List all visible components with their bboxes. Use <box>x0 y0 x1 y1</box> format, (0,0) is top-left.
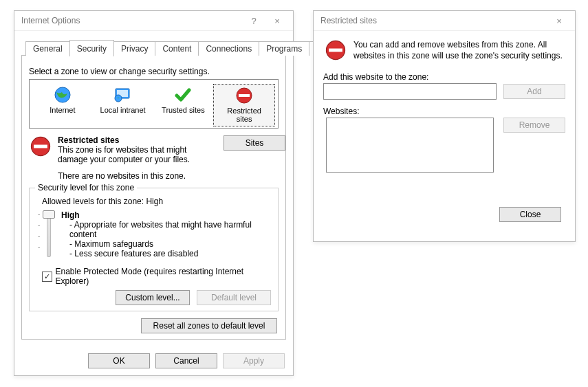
titlebar[interactable]: Internet Options ? × <box>14 11 293 31</box>
custom-level-button[interactable]: Custom level... <box>116 290 190 305</box>
tab-general[interactable]: General <box>25 41 70 56</box>
internet-options-dialog: Internet Options ? × General Security Pr… <box>14 10 294 376</box>
info-text: You can add and remove websites from thi… <box>353 39 564 61</box>
dialog-title: Internet Options <box>21 16 80 25</box>
no-entry-icon <box>215 86 273 105</box>
zone-label: Local intranet <box>94 106 152 114</box>
no-entry-icon <box>29 135 52 164</box>
level-row: - - - - High - Appropriate for websites … <box>42 210 271 258</box>
zone-internet[interactable]: Internet <box>32 84 93 126</box>
protected-mode-row: ✓ Enable Protected Mode (requires restar… <box>42 267 271 286</box>
globe-icon <box>34 85 91 104</box>
tabs-row: General Security Privacy Content Connect… <box>21 39 286 56</box>
cancel-button[interactable]: Cancel <box>155 353 217 368</box>
sites-button[interactable]: Sites <box>224 135 285 151</box>
protected-mode-checkbox[interactable]: ✓ <box>42 272 52 282</box>
security-tab-body: Select a zone to view or change security… <box>21 55 286 340</box>
close-icon: × <box>556 16 562 26</box>
add-website-label: Add this website to the zone: <box>323 72 568 82</box>
zone-label: Internet <box>34 106 91 114</box>
no-entry-icon <box>325 39 347 61</box>
allowed-levels-text: Allowed levels for this zone: High <box>42 197 271 206</box>
tab-connections[interactable]: Connections <box>198 41 259 56</box>
zone-restricted-sites[interactable]: Restricted sites <box>213 84 275 126</box>
dialog-content: You can add and remove websites from thi… <box>314 31 575 229</box>
level-bullets: - Appropriate for websites that might ha… <box>69 220 271 258</box>
svg-rect-7 <box>34 145 47 148</box>
protected-mode-label: Enable Protected Mode (requires restarti… <box>56 267 271 286</box>
close-icon: × <box>274 16 280 26</box>
security-level-slider[interactable]: - - - - <box>42 210 56 258</box>
svg-rect-9 <box>329 49 342 52</box>
dialog-title: Restricted sites <box>320 16 377 25</box>
monitor-icon <box>94 85 152 104</box>
tab-privacy[interactable]: Privacy <box>113 41 155 56</box>
reset-row: Reset all zones to default level <box>29 318 277 333</box>
titlebar[interactable]: Restricted sites × <box>314 11 575 31</box>
zone-empty-message: There are no websites in this zone. <box>58 171 279 181</box>
tab-security[interactable]: Security <box>69 40 114 56</box>
help-button[interactable]: ? <box>242 14 265 27</box>
info-row: You can add and remove websites from thi… <box>325 39 564 61</box>
zone-local-intranet[interactable]: Local intranet <box>93 84 153 126</box>
zone-selector: Internet Local intranet Trusted sites <box>29 79 279 129</box>
dialog-footer: Close <box>320 207 561 222</box>
level-description: High - Appropriate for websites that mig… <box>61 210 271 258</box>
ok-button[interactable]: OK <box>88 353 150 368</box>
tab-programs[interactable]: Programs <box>259 41 309 56</box>
restricted-sites-dialog: Restricted sites × You can add and remov… <box>313 10 576 242</box>
reset-zones-button[interactable]: Reset all zones to default level <box>141 318 277 333</box>
level-name: High <box>61 210 271 220</box>
zone-prompt: Select a zone to view or change security… <box>29 67 279 76</box>
zone-title: Restricted sites <box>58 135 218 145</box>
security-level-groupbox: Security level for this zone Allowed lev… <box>29 188 279 311</box>
zone-trusted-sites[interactable]: Trusted sites <box>153 84 214 126</box>
close-button[interactable]: × <box>265 14 289 27</box>
remove-button: Remove <box>503 118 565 133</box>
zone-description-text: Restricted sites This zone is for websit… <box>58 135 218 164</box>
slider-thumb[interactable] <box>43 210 55 219</box>
zone-label: Restricted sites <box>215 107 273 123</box>
apply-button: Apply <box>223 353 285 368</box>
dialog-content: General Security Privacy Content Connect… <box>14 31 293 346</box>
dialog-footer: OK Cancel Apply <box>88 353 285 368</box>
tab-content[interactable]: Content <box>155 41 199 56</box>
close-dialog-button[interactable]: Close <box>499 207 561 222</box>
close-button[interactable]: × <box>547 14 571 27</box>
add-website-row: Add <box>323 83 565 100</box>
websites-listbox[interactable] <box>326 118 494 173</box>
level-buttons-row: Custom level... Default level <box>36 290 271 305</box>
websites-row: Remove <box>323 118 565 173</box>
check-icon <box>155 85 213 104</box>
svg-rect-5 <box>239 94 250 97</box>
add-website-input[interactable] <box>323 83 497 100</box>
add-button: Add <box>503 84 565 99</box>
help-icon: ? <box>251 16 256 26</box>
zone-label: Trusted sites <box>155 106 213 114</box>
websites-label: Websites: <box>323 107 568 116</box>
default-level-button: Default level <box>197 290 271 305</box>
groupbox-legend: Security level for this zone <box>35 183 137 192</box>
zone-desc: This zone is for websites that might dam… <box>58 145 218 164</box>
zone-description-row: Restricted sites This zone is for websit… <box>29 135 279 164</box>
